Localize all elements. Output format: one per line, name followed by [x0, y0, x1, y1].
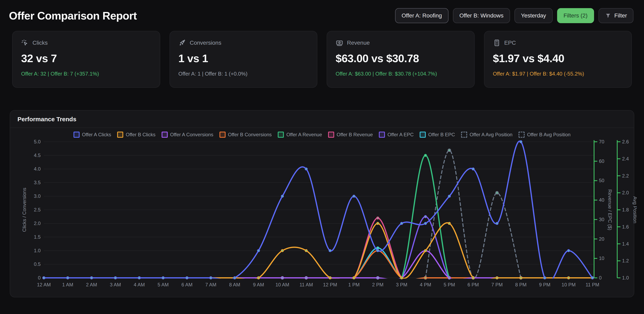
- page-title: Offer Comparison Report: [9, 9, 137, 22]
- svg-text:3.0: 3.0: [34, 193, 40, 199]
- svg-text:8 AM: 8 AM: [229, 282, 240, 288]
- legend-swatch: [461, 132, 467, 138]
- svg-text:1.4: 1.4: [622, 241, 629, 246]
- svg-text:4 AM: 4 AM: [134, 282, 145, 288]
- performance-trends-panel: Performance Trends Offer A ClicksOffer B…: [10, 110, 634, 297]
- rocket-icon: [178, 39, 186, 47]
- svg-text:2.4: 2.4: [622, 156, 629, 162]
- svg-text:4.0: 4.0: [34, 166, 40, 172]
- legend-item-offer-a-avg-position[interactable]: Offer A Avg Position: [461, 132, 512, 138]
- svg-text:Avg Position: Avg Position: [632, 196, 637, 224]
- svg-text:2 AM: 2 AM: [86, 282, 97, 288]
- svg-text:0: 0: [38, 275, 40, 280]
- svg-text:30: 30: [599, 217, 604, 222]
- card-comparison: Offer A: 32 | Offer B: 7 (+357.1%): [21, 71, 151, 77]
- card-value: 1 vs 1: [178, 52, 308, 64]
- button-label: Offer B: Windows: [460, 12, 504, 19]
- legend-item-offer-a-clicks[interactable]: Offer A Clicks: [74, 132, 111, 138]
- legend-item-offer-b-revenue[interactable]: Offer B Revenue: [328, 132, 373, 138]
- funnel-icon: [605, 12, 611, 19]
- filters-2-button[interactable]: Filters (2): [557, 8, 594, 23]
- svg-text:1.0: 1.0: [34, 248, 40, 253]
- svg-text:20: 20: [599, 236, 604, 242]
- svg-text:10 AM: 10 AM: [276, 282, 289, 288]
- yesterday-button[interactable]: Yesterday: [514, 8, 553, 23]
- svg-text:2.5: 2.5: [34, 207, 40, 212]
- left-axis: 00.51.01.52.02.53.03.54.04.55.0Clicks / …: [22, 139, 40, 280]
- offer-a-roofing-button[interactable]: Offer A: Roofing: [395, 8, 448, 23]
- svg-text:1.5: 1.5: [34, 234, 40, 240]
- series-offer-a-revenue: [42, 154, 594, 287]
- svg-text:60: 60: [599, 158, 604, 164]
- legend-label: Offer B Clicks: [126, 132, 155, 138]
- card-label: EPC: [504, 40, 516, 46]
- series-offer-b-revenue: [42, 216, 594, 282]
- performance-trends-chart: 00.51.01.52.02.53.03.54.04.55.0Clicks / …: [20, 139, 637, 294]
- right-axis-revenue: 010203040506070: [594, 139, 604, 280]
- legend-item-offer-a-conversions[interactable]: Offer A Conversions: [162, 132, 214, 138]
- card-value: $63.00 vs $30.78: [336, 52, 466, 64]
- svg-text:2.6: 2.6: [622, 139, 629, 144]
- legend-item-offer-b-clicks[interactable]: Offer B Clicks: [117, 132, 155, 138]
- chart-area: 00.51.01.52.02.53.03.54.04.55.0Clicks / …: [10, 139, 634, 296]
- legend-item-offer-b-avg-position[interactable]: Offer B Avg Position: [518, 132, 570, 138]
- legend-item-offer-a-revenue[interactable]: Offer A Revenue: [278, 132, 322, 138]
- legend-swatch: [162, 132, 168, 138]
- svg-text:2.0: 2.0: [622, 190, 629, 196]
- legend-item-offer-b-epc[interactable]: Offer B EPC: [420, 132, 455, 138]
- svg-text:Clicks / Conversions: Clicks / Conversions: [22, 188, 27, 232]
- legend-label: Offer B EPC: [428, 132, 455, 138]
- offer-comparison-dashboard: Offer Comparison Report Offer A: Roofing…: [0, 0, 644, 314]
- svg-text:2.0: 2.0: [34, 220, 40, 226]
- card-header: Conversions: [178, 39, 308, 47]
- svg-text:2 PM: 2 PM: [372, 282, 384, 288]
- svg-text:1.8: 1.8: [622, 207, 629, 212]
- legend-swatch: [420, 132, 426, 138]
- legend-swatch: [278, 132, 284, 138]
- metric-card-epc: EPC$1.97 vs $4.40Offer A: $1.97 | Offer …: [484, 31, 632, 88]
- chart-legend: Offer A ClicksOffer B ClicksOffer A Conv…: [10, 132, 634, 138]
- legend-swatch: [220, 132, 226, 138]
- svg-text:1 PM: 1 PM: [348, 282, 360, 288]
- svg-text:10: 10: [599, 256, 604, 261]
- svg-text:0: 0: [599, 275, 602, 280]
- button-label: Yesterday: [521, 12, 546, 19]
- svg-text:6 AM: 6 AM: [182, 282, 193, 288]
- panel-divider: [10, 128, 634, 128]
- legend-label: Offer B Revenue: [336, 132, 373, 138]
- legend-label: Offer B Conversions: [228, 132, 272, 138]
- metric-card-revenue: Revenue$63.00 vs $30.78Offer A: $63.00 |…: [327, 31, 475, 88]
- svg-text:9 AM: 9 AM: [253, 282, 264, 288]
- svg-text:5.0: 5.0: [34, 139, 40, 144]
- svg-text:4.5: 4.5: [34, 152, 40, 158]
- svg-text:4 PM: 4 PM: [420, 282, 431, 288]
- svg-text:1.0: 1.0: [622, 275, 629, 280]
- header-buttons: Offer A: RoofingOffer B: WindowsYesterda…: [395, 8, 634, 23]
- svg-text:40: 40: [599, 197, 604, 203]
- svg-text:0.5: 0.5: [34, 262, 40, 267]
- card-comparison: Offer A: $1.97 | Offer B: $4.40 (-55.2%): [493, 71, 623, 77]
- legend-swatch: [518, 132, 524, 138]
- svg-text:12 AM: 12 AM: [37, 282, 51, 288]
- svg-text:2.2: 2.2: [622, 173, 629, 178]
- series-offer-a-epc: [42, 215, 594, 282]
- calculator-icon: [493, 39, 501, 47]
- filter-button[interactable]: Filter: [598, 8, 634, 23]
- legend-item-offer-b-conversions[interactable]: Offer B Conversions: [220, 132, 272, 138]
- svg-text:5 PM: 5 PM: [444, 282, 455, 288]
- right-axis-avg-position: 1.01.21.41.61.82.02.22.42.6: [617, 139, 629, 280]
- metric-cards-row: Clicks32 vs 7Offer A: 32 | Offer B: 7 (+…: [12, 31, 632, 88]
- offer-b-windows-button[interactable]: Offer B: Windows: [453, 8, 510, 23]
- card-label: Conversions: [190, 40, 222, 46]
- legend-item-offer-a-epc[interactable]: Offer A EPC: [379, 132, 414, 138]
- top-bar: Offer Comparison Report Offer A: Roofing…: [0, 0, 644, 23]
- legend-swatch: [74, 132, 80, 138]
- svg-text:1.2: 1.2: [622, 258, 629, 264]
- svg-text:50: 50: [599, 178, 604, 183]
- card-header: Clicks: [21, 39, 151, 47]
- banknote-icon: [336, 39, 343, 47]
- legend-swatch: [328, 132, 334, 138]
- metric-card-conversions: Conversions1 vs 1Offer A: 1 | Offer B: 1…: [170, 31, 318, 88]
- svg-text:11 AM: 11 AM: [300, 282, 313, 288]
- svg-text:3 AM: 3 AM: [110, 282, 121, 288]
